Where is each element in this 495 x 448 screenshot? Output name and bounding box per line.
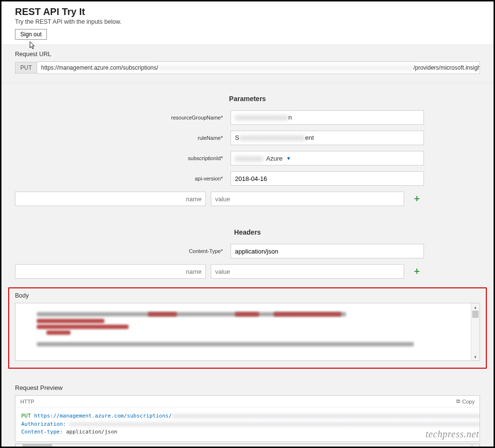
headers-section: Headers Content-Type* +: [1, 215, 494, 287]
page-header: REST API Try It Try the REST API with th…: [1, 1, 494, 45]
header-add-value-input[interactable]: [211, 264, 404, 279]
param-row-subscriptionid: subscriptionId* xxxxxxxxxAzure ▾: [35, 151, 460, 165]
request-url-section: Request URL PUT https://management.azure…: [1, 45, 494, 83]
request-url-label: Request URL: [15, 51, 480, 58]
page-title: REST API Try It: [15, 6, 480, 17]
param-label: subscriptionId*: [35, 155, 226, 161]
preview-tab-http[interactable]: HTTP: [20, 399, 34, 404]
headers-heading: Headers: [49, 228, 446, 236]
header-add-name-input[interactable]: [15, 264, 206, 279]
request-preview-box: HTTP ⧉ Copy PUT https://management.azure…: [15, 395, 480, 442]
preview-code: PUT https://management.azure.com/subscri…: [15, 407, 480, 441]
body-highlight-box: Body ▴ ▾: [8, 287, 487, 369]
header-add-row: +: [15, 264, 480, 279]
request-preview-heading: Request Preview: [15, 384, 480, 391]
param-label: api-version*: [35, 176, 226, 181]
page-subtitle: Try the REST API with the inputs below.: [15, 18, 480, 25]
add-param-button[interactable]: +: [414, 193, 420, 205]
header-input-contenttype[interactable]: [231, 244, 424, 258]
add-header-button[interactable]: +: [414, 265, 420, 278]
param-add-row: +: [15, 192, 480, 206]
param-label: ruleName*: [35, 135, 226, 141]
mouse-cursor-icon: [29, 41, 36, 51]
copy-icon: ⧉: [456, 398, 460, 404]
body-heading: Body: [15, 292, 480, 299]
parameters-section: Parameters resourceGroupName* xxxxxxxxxx…: [1, 83, 494, 215]
chevron-down-icon: ▾: [287, 155, 290, 162]
param-add-name-input[interactable]: [15, 192, 206, 206]
param-input-rulename[interactable]: Sxxxxxxxxxxxxxxxxxxxxxent: [231, 131, 424, 145]
preview-horizontal-scrollbar[interactable]: ◂ ▸: [15, 444, 480, 448]
param-input-apiversion[interactable]: [231, 171, 424, 186]
body-textarea[interactable]: [15, 303, 471, 360]
param-row-apiversion: api-version*: [35, 171, 460, 186]
param-row-resourcegroupname: resourceGroupName* xxxxxxxxxxxxxxxxxn: [35, 110, 460, 125]
param-select-subscriptionid[interactable]: xxxxxxxxxAzure ▾: [231, 151, 424, 165]
param-label: resourceGroupName*: [35, 115, 226, 120]
request-preview-section: Request Preview HTTP ⧉ Copy PUT https://…: [1, 375, 494, 448]
header-row-contenttype: Content-Type*: [35, 244, 460, 258]
copy-button[interactable]: ⧉ Copy: [456, 398, 475, 404]
header-label: Content-Type*: [35, 248, 226, 254]
request-url-input[interactable]: https://management.azure.com/subscriptio…: [37, 61, 480, 74]
parameters-heading: Parameters: [49, 95, 446, 103]
body-section: Body ▴ ▾: [1, 287, 494, 375]
body-vertical-scrollbar[interactable]: ▴ ▾: [471, 303, 480, 360]
param-row-rulename: ruleName* Sxxxxxxxxxxxxxxxxxxxxxent: [35, 131, 460, 145]
http-method-badge: PUT: [15, 62, 37, 74]
sign-out-button[interactable]: Sign out: [15, 29, 47, 40]
param-add-value-input[interactable]: [211, 192, 404, 206]
watermark-text: techpress.net: [425, 429, 479, 440]
param-input-resourcegroupname[interactable]: xxxxxxxxxxxxxxxxxn: [231, 110, 424, 125]
